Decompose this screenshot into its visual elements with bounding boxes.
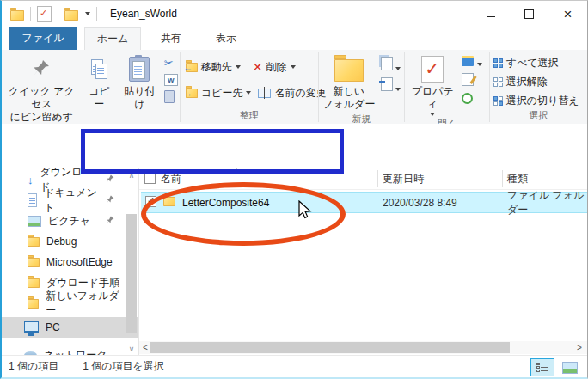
cut-icon[interactable] <box>164 57 178 70</box>
chevron-down-icon <box>395 88 401 91</box>
sidebar-item-label: MicrosoftEdge <box>46 256 113 268</box>
invert-selection-button[interactable]: 選択の切り替え <box>493 93 579 108</box>
new-folder-button[interactable]: 新しい フォルダー <box>319 53 379 113</box>
organize-group-caption: 整理 <box>181 109 318 124</box>
select-all-icon <box>493 58 503 68</box>
select-all-checkbox[interactable] <box>144 173 156 184</box>
invert-selection-icon <box>493 96 503 106</box>
copy-to-icon: → <box>186 86 198 101</box>
pin-icon <box>106 174 114 186</box>
sidebar-item-label: PC <box>46 321 60 333</box>
minimize-button[interactable] <box>471 1 510 27</box>
tab-view[interactable]: 表示 <box>201 27 251 50</box>
sidebar-item-pc[interactable]: PC <box>2 317 138 338</box>
hscroll-right-arrow[interactable]: > <box>573 341 585 354</box>
qat-new-folder-icon[interactable] <box>64 10 78 21</box>
selected-count: 1 個の項目を選択 <box>83 359 164 374</box>
nav-scroll-up-arrow[interactable]: ∧ <box>126 170 138 180</box>
copy-to-button[interactable]: → コピー先 <box>186 83 252 103</box>
maximize-icon <box>524 9 534 19</box>
folder-icon <box>28 278 40 288</box>
horizontal-scrollbar[interactable]: < > <box>139 341 587 354</box>
hscroll-left-arrow[interactable]: < <box>139 341 151 354</box>
file-row-lettercomposite64[interactable]: LetterComposite64 2020/03/28 8:49 ファイル フ… <box>141 192 587 213</box>
delete-label: 削除 <box>266 60 287 75</box>
column-header-modified[interactable]: 更新日時 <box>383 172 424 186</box>
close-icon <box>564 7 573 21</box>
file-modified: 2020/03/28 8:49 <box>383 197 457 209</box>
sidebar-item-label: Debug <box>46 235 77 248</box>
move-to-button[interactable]: ← 移動先 <box>186 57 241 77</box>
folder-icon <box>28 299 39 309</box>
easy-access-button[interactable] <box>381 77 401 94</box>
column-header-type[interactable]: 種類 <box>507 172 528 186</box>
history-icon <box>462 93 473 104</box>
pin-icon <box>106 215 114 227</box>
tab-file[interactable]: ファイル <box>9 27 77 50</box>
select-none-icon <box>493 77 503 87</box>
navigation-pane: ダウンロード ドキュメント ピクチャ Debug MicrosoftEdge <box>2 168 139 356</box>
column-header-name[interactable]: 名前 <box>161 172 181 186</box>
chevron-down-icon <box>291 65 296 69</box>
select-none-label: 選択解除 <box>506 75 548 89</box>
rename-button[interactable]: 名前の変更 <box>258 83 326 103</box>
select-group-caption: 選択 <box>490 109 587 124</box>
ribbon-tab-row: ファイル ホーム 共有 表示 <box>2 27 587 51</box>
paste-label: 貼り付け <box>120 85 159 111</box>
qat-properties-icon[interactable] <box>37 6 52 22</box>
title-bar: Eyean_sWorld <box>2 1 587 27</box>
new-folder-icon <box>334 55 364 83</box>
hscroll-thumb[interactable] <box>150 342 510 353</box>
sidebar-item-pictures[interactable]: ピクチャ <box>2 211 125 231</box>
sort-ascending-icon <box>234 168 241 173</box>
nav-scrollbar-thumb[interactable] <box>126 214 137 333</box>
downloads-icon <box>28 174 34 186</box>
folder-icon <box>163 197 175 206</box>
ribbon-group-select: すべて選択 選択解除 選択の切り替え 選択 <box>490 50 587 124</box>
minimize-icon <box>487 16 495 17</box>
copy-to-label: コピー先 <box>201 86 243 101</box>
select-all-label: すべて選択 <box>506 56 559 70</box>
details-view-button[interactable] <box>530 358 554 376</box>
paste-shortcut-icon[interactable] <box>164 90 175 103</box>
edit-button[interactable] <box>462 73 481 89</box>
divider <box>96 7 97 21</box>
qat-customize-button[interactable] <box>85 12 90 15</box>
copy-button[interactable]: コピー <box>82 53 118 113</box>
row-checkbox[interactable] <box>145 196 156 207</box>
new-folder-label-line2: フォルダー <box>322 98 375 111</box>
sidebar-item-label: ダウロード手順 <box>46 276 119 290</box>
sidebar-item-documents[interactable]: ドキュメント <box>2 190 125 211</box>
properties-button[interactable]: プロパティ <box>405 53 460 118</box>
tab-home[interactable]: ホーム <box>84 27 141 51</box>
column-divider[interactable] <box>377 170 378 187</box>
ribbon-group-open: プロパティ 開く <box>405 50 488 124</box>
copy-path-icon[interactable]: W <box>164 74 178 86</box>
history-button[interactable] <box>462 93 481 107</box>
select-none-button[interactable]: 選択解除 <box>493 74 548 89</box>
open-button[interactable] <box>462 57 481 69</box>
new-item-button[interactable] <box>381 57 401 73</box>
close-button[interactable] <box>548 1 587 27</box>
tab-share[interactable]: 共有 <box>146 27 196 50</box>
thumbnails-view-button[interactable] <box>558 358 582 376</box>
pictures-icon <box>28 216 41 227</box>
paste-button[interactable]: 貼り付け <box>117 53 162 113</box>
maximize-button[interactable] <box>510 1 548 27</box>
nav-scroll-down-arrow[interactable]: ∨ <box>126 344 138 354</box>
open-folder-icon <box>462 58 474 66</box>
delete-button[interactable]: 削除 <box>253 57 296 77</box>
sidebar-item-microsoftedge[interactable]: MicrosoftEdge <box>2 252 125 272</box>
select-all-button[interactable]: すべて選択 <box>493 55 559 70</box>
window-title: Eyean_sWorld <box>110 8 177 20</box>
ribbon-group-clipboard: クイック アクセス にピン留めする コピー 貼り付け W クリップボード <box>2 50 180 124</box>
copy-icon <box>91 55 107 83</box>
column-divider[interactable] <box>502 170 503 187</box>
sidebar-item-new-folder[interactable]: 新しいフォルダー <box>2 293 125 314</box>
status-bar: 1 個の項目 1 個の項目を選択 <box>2 355 587 377</box>
sidebar-item-debug[interactable]: Debug <box>2 231 125 252</box>
chevron-down-icon <box>395 67 401 70</box>
move-to-icon: ← <box>186 60 198 75</box>
sidebar-item-label: ピクチャ <box>48 214 90 229</box>
documents-icon <box>28 193 37 207</box>
